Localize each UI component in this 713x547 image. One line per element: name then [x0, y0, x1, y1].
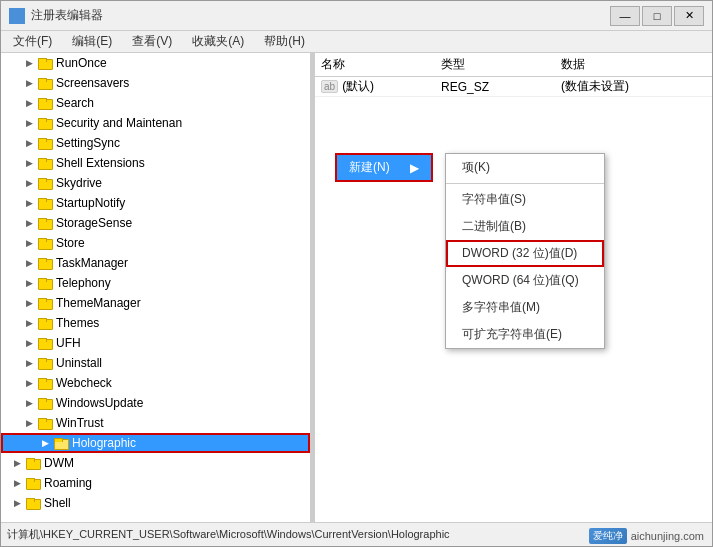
expand-icon-webcheck[interactable]: ▶ [21, 375, 37, 391]
expand-icon-screensavers[interactable]: ▶ [21, 75, 37, 91]
ctx-item-qword[interactable]: QWORD (64 位)值(Q) [446, 267, 604, 294]
expand-icon-thememanager[interactable]: ▶ [21, 295, 37, 311]
table-row[interactable]: ab (默认) REG_SZ (数值未设置) [315, 77, 712, 97]
ctx-item-key[interactable]: 项(K) [446, 154, 604, 181]
expand-icon-telephony[interactable]: ▶ [21, 275, 37, 291]
tree-item-themes[interactable]: ▶ Themes [1, 313, 310, 333]
ctx-separator [446, 183, 604, 184]
folder-icon-settingsync [37, 136, 53, 150]
tree-item-thememanager[interactable]: ▶ ThemeManager [1, 293, 310, 313]
new-submenu-trigger[interactable]: 新建(N) ▶ [335, 153, 433, 182]
folder-icon-wintrust [37, 416, 53, 430]
folder-icon-shell [25, 496, 41, 510]
tree-label-skydrive: Skydrive [56, 176, 102, 190]
col-header-name: 名称 [315, 53, 435, 76]
menu-file[interactable]: 文件(F) [5, 31, 60, 52]
tree-item-store[interactable]: ▶ Store [1, 233, 310, 253]
menu-edit[interactable]: 编辑(E) [64, 31, 120, 52]
folder-icon-skydrive [37, 176, 53, 190]
expand-icon-startupnotify[interactable]: ▶ [21, 195, 37, 211]
title-bar: 注册表编辑器 — □ ✕ [1, 1, 712, 31]
minimize-button[interactable]: — [610, 6, 640, 26]
tree-item-wintrust[interactable]: ▶ WinTrust [1, 413, 310, 433]
tree-label-search: Search [56, 96, 94, 110]
status-bar: 计算机\HKEY_CURRENT_USER\Software\Microsoft… [1, 522, 712, 546]
expand-icon-store[interactable]: ▶ [21, 235, 37, 251]
tree-item-webcheck[interactable]: ▶ Webcheck [1, 373, 310, 393]
close-button[interactable]: ✕ [674, 6, 704, 26]
tree-item-uninstall[interactable]: ▶ Uninstall [1, 353, 310, 373]
tree-label-wintrust: WinTrust [56, 416, 104, 430]
tree-label-telephony: Telephony [56, 276, 111, 290]
tree-label-windowsupdate: WindowsUpdate [56, 396, 143, 410]
row-name-default: ab (默认) [315, 77, 435, 98]
tree-label-storagesense: StorageSense [56, 216, 132, 230]
maximize-button[interactable]: □ [642, 6, 672, 26]
tree-item-skydrive[interactable]: ▶ Skydrive [1, 173, 310, 193]
folder-icon-telephony [37, 276, 53, 290]
expand-icon-themes[interactable]: ▶ [21, 315, 37, 331]
tree-item-shell[interactable]: ▶ Shell [1, 493, 310, 513]
watermark-logo: 爱纯净 [589, 528, 627, 544]
folder-icon-screensavers [37, 76, 53, 90]
expand-icon-security[interactable]: ▶ [21, 115, 37, 131]
status-path: 计算机\HKEY_CURRENT_USER\Software\Microsoft… [7, 527, 450, 542]
tree-item-dwm[interactable]: ▶ DWM [1, 453, 310, 473]
main-content: ▶ RunOnce ▶ Screensavers ▶ Search ▶ Secu… [1, 53, 712, 522]
tree-label-holographic: Holographic [72, 436, 136, 450]
tree-label-security: Security and Maintenan [56, 116, 182, 130]
row-type-default: REG_SZ [435, 77, 555, 97]
expand-icon-search[interactable]: ▶ [21, 95, 37, 111]
column-headers: 名称 类型 数据 [315, 53, 712, 77]
app-icon [9, 8, 25, 24]
expand-icon-taskmanager[interactable]: ▶ [21, 255, 37, 271]
expand-icon-runonce[interactable]: ▶ [21, 55, 37, 71]
tree-item-runonce[interactable]: ▶ RunOnce [1, 53, 310, 73]
tree-item-roaming[interactable]: ▶ Roaming [1, 473, 310, 493]
tree-item-storagesense[interactable]: ▶ StorageSense [1, 213, 310, 233]
ctx-item-expandstring[interactable]: 可扩充字符串值(E) [446, 321, 604, 348]
menu-help[interactable]: 帮助(H) [256, 31, 313, 52]
tree-item-telephony[interactable]: ▶ Telephony [1, 273, 310, 293]
ctx-item-multistring[interactable]: 多字符串值(M) [446, 294, 604, 321]
tree-panel[interactable]: ▶ RunOnce ▶ Screensavers ▶ Search ▶ Secu… [1, 53, 311, 522]
tree-label-themes: Themes [56, 316, 99, 330]
expand-icon-storagesense[interactable]: ▶ [21, 215, 37, 231]
expand-icon-windowsupdate[interactable]: ▶ [21, 395, 37, 411]
registry-editor-window: 注册表编辑器 — □ ✕ 文件(F) 编辑(E) 查看(V) 收藏夹(A) 帮助… [0, 0, 713, 547]
expand-icon-uninstall[interactable]: ▶ [21, 355, 37, 371]
tree-item-security[interactable]: ▶ Security and Maintenan [1, 113, 310, 133]
tree-item-shellextensions[interactable]: ▶ Shell Extensions [1, 153, 310, 173]
menu-favorites[interactable]: 收藏夹(A) [184, 31, 252, 52]
expand-icon-wintrust[interactable]: ▶ [21, 415, 37, 431]
tree-label-shell: Shell [44, 496, 71, 510]
ctx-item-dword[interactable]: DWORD (32 位)值(D) [446, 240, 604, 267]
expand-icon-holographic[interactable]: ▶ [37, 435, 53, 451]
col-header-data: 数据 [555, 53, 712, 76]
tree-item-screensavers[interactable]: ▶ Screensavers [1, 73, 310, 93]
menu-view[interactable]: 查看(V) [124, 31, 180, 52]
window-controls: — □ ✕ [610, 6, 704, 26]
ctx-item-binary[interactable]: 二进制值(B) [446, 213, 604, 240]
expand-icon-settingsync[interactable]: ▶ [21, 135, 37, 151]
expand-icon-shellextensions[interactable]: ▶ [21, 155, 37, 171]
expand-icon-ufh[interactable]: ▶ [21, 335, 37, 351]
expand-icon-skydrive[interactable]: ▶ [21, 175, 37, 191]
tree-item-ufh[interactable]: ▶ UFH [1, 333, 310, 353]
tree-item-taskmanager[interactable]: ▶ TaskManager [1, 253, 310, 273]
tree-item-windowsupdate[interactable]: ▶ WindowsUpdate [1, 393, 310, 413]
tree-item-holographic[interactable]: ▶ Holographic [1, 433, 310, 453]
folder-icon-store [37, 236, 53, 250]
svg-rect-3 [18, 17, 24, 23]
expand-icon-roaming[interactable]: ▶ [9, 475, 25, 491]
folder-icon-dwm [25, 456, 41, 470]
tree-item-search[interactable]: ▶ Search [1, 93, 310, 113]
folder-icon-themes [37, 316, 53, 330]
expand-icon-shell[interactable]: ▶ [9, 495, 25, 511]
expand-icon-dwm[interactable]: ▶ [9, 455, 25, 471]
tree-item-startupnotify[interactable]: ▶ StartupNotify [1, 193, 310, 213]
ctx-item-string[interactable]: 字符串值(S) [446, 186, 604, 213]
right-panel: 名称 类型 数据 ab (默认) REG_SZ (数值未设置) [315, 53, 712, 522]
svg-rect-1 [18, 9, 24, 15]
tree-item-settingsync[interactable]: ▶ SettingSync [1, 133, 310, 153]
